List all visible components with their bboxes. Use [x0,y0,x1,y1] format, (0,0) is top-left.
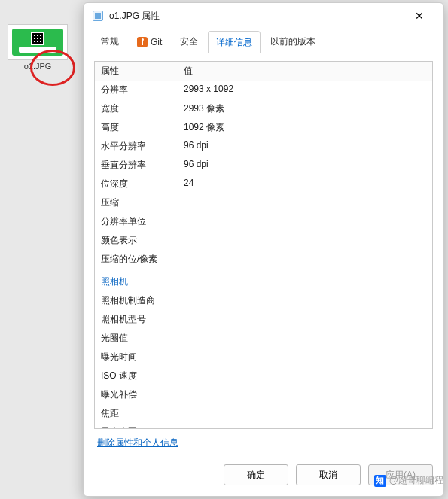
property-row[interactable]: 颜色表示 [95,231,432,250]
cancel-button[interactable]: 取消 [296,464,361,485]
property-value [178,231,432,250]
property-key: 曝光补偿 [95,385,178,404]
property-value: 1092 像素 [178,118,432,137]
property-row[interactable]: 压缩 [95,193,432,212]
property-key: 压缩 [95,193,178,212]
window-title: o1.JPG 属性 [109,10,160,23]
property-value [178,250,432,269]
details-panel: 属性 值 分辨率2993 x 1092宽度2993 像素高度1092 像素水平分… [84,53,443,457]
close-icon: ✕ [415,10,424,22]
property-value: 2993 x 1092 [178,81,432,99]
property-value [178,385,432,404]
file-icon [93,11,103,21]
property-key: 照相机制造商 [95,291,178,310]
property-row[interactable]: 垂直分辨率96 dpi [95,156,432,175]
property-value: 96 dpi [178,156,432,175]
property-value: 2993 像素 [178,99,432,118]
link-row: 删除属性和个人信息 [94,429,433,452]
property-key: ISO 速度 [95,367,178,385]
property-row[interactable]: 照相机型号 [95,310,432,329]
property-value [178,291,432,310]
tab-details[interactable]: 详细信息 [208,31,261,53]
property-row[interactable]: 曝光时间 [95,348,432,367]
remove-properties-link[interactable]: 删除属性和个人信息 [97,437,178,448]
property-key: 曝光时间 [95,348,178,367]
titlebar[interactable]: o1.JPG 属性 ✕ [84,3,443,29]
property-key: 垂直分辨率 [95,156,178,175]
property-key: 压缩的位/像素 [95,250,178,269]
property-key: 分辨率 [95,81,178,99]
property-key: 分辨率单位 [95,212,178,231]
property-row[interactable]: 照相机制造商 [95,291,432,310]
property-value [178,423,432,429]
property-value [178,310,432,329]
property-row[interactable]: 曝光补偿 [95,385,432,404]
section-camera-header: 照相机 [95,272,432,291]
property-row[interactable]: 光圈值 [95,329,432,348]
property-value [178,212,432,231]
ok-button[interactable]: 确定 [224,464,288,485]
property-row[interactable]: 宽度2993 像素 [95,99,432,118]
property-key: 焦距 [95,404,178,423]
property-value [178,329,432,348]
tab-security[interactable]: 安全 [172,30,206,53]
property-value: 24 [178,175,432,193]
property-row[interactable]: 压缩的位/像素 [95,250,432,269]
property-key: 光圈值 [95,329,178,348]
property-key: 宽度 [95,99,178,118]
properties-dialog: o1.JPG 属性 ✕ 常规 Git 安全 详细信息 以前的版本 属性 值 分辨… [83,2,444,497]
property-value [178,404,432,423]
file-thumbnail[interactable]: o1.JPG [8,24,68,72]
git-icon [137,37,148,47]
property-key: 水平分辨率 [95,137,178,156]
apply-button[interactable]: 应用(A) [368,464,433,485]
property-value: 96 dpi [178,137,432,156]
property-key: 位深度 [95,175,178,193]
tab-git[interactable]: Git [129,30,170,53]
property-key: 最大光圈 [95,423,178,429]
column-header-value: 值 [178,62,432,81]
dialog-footer: 确定 取消 应用(A) [84,457,443,496]
property-row[interactable]: 焦距 [95,404,432,423]
property-row[interactable]: 高度1092 像素 [95,118,432,137]
property-row[interactable]: 分辨率单位 [95,212,432,231]
tab-previous-versions[interactable]: 以前的版本 [262,30,324,53]
property-key: 高度 [95,118,178,137]
property-row[interactable]: 分辨率2993 x 1092 [95,81,432,99]
property-grid[interactable]: 属性 值 分辨率2993 x 1092宽度2993 像素高度1092 像素水平分… [94,61,433,429]
property-row[interactable]: 最大光圈 [95,423,432,429]
property-value [178,193,432,212]
thumbnail-image [12,29,63,56]
property-row[interactable]: 位深度24 [95,175,432,193]
grid-header: 属性 值 [95,62,432,81]
property-row[interactable]: 水平分辨率96 dpi [95,137,432,156]
thumbnail-label: o1.JPG [24,62,52,71]
tab-general[interactable]: 常规 [93,30,127,53]
column-header-key: 属性 [95,62,178,81]
thumbnail-preview [8,24,68,60]
tab-strip: 常规 Git 安全 详细信息 以前的版本 [84,29,443,53]
property-value [178,367,432,385]
property-key: 照相机型号 [95,310,178,329]
close-button[interactable]: ✕ [404,5,434,26]
property-row[interactable]: ISO 速度 [95,367,432,385]
property-value [178,348,432,367]
property-key: 颜色表示 [95,231,178,250]
